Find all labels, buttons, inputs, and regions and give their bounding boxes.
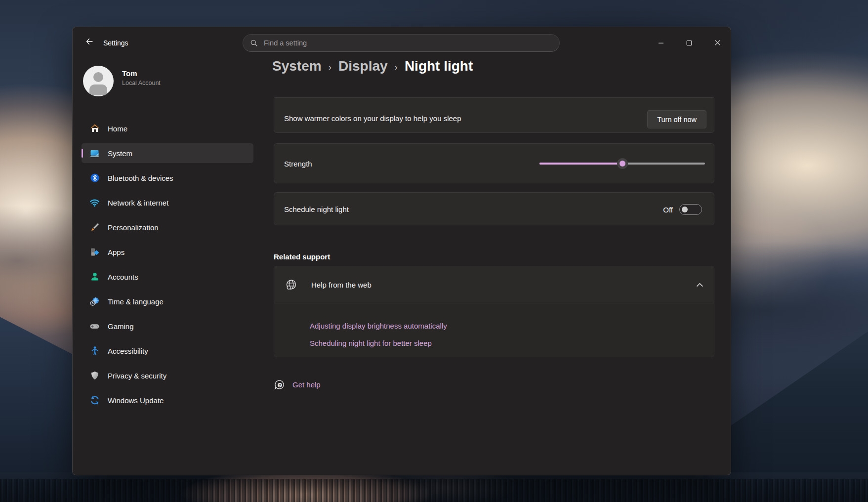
wallpaper-lake	[0, 472, 868, 502]
strength-slider[interactable]	[539, 158, 705, 169]
accessibility-icon	[89, 346, 100, 356]
wallpaper-mountain-left	[0, 296, 72, 502]
sidebar-item-system[interactable]: System	[82, 143, 253, 163]
breadcrumb-separator: ›	[329, 60, 331, 73]
accounts-icon	[89, 272, 100, 282]
sidebar-item-label: Network & internet	[108, 199, 168, 207]
time-language-icon	[89, 296, 100, 307]
sidebar-item-label: Accounts	[108, 273, 138, 281]
globe-search-icon	[285, 279, 297, 291]
sidebar-item-label: Windows Update	[108, 396, 164, 405]
schedule-toggle-knob	[682, 207, 688, 212]
settings-window: Settings Tom Local Account Home	[72, 27, 731, 475]
svg-text:?: ?	[279, 383, 281, 388]
maximize-button[interactable]	[678, 36, 701, 51]
minimize-button[interactable]	[650, 36, 672, 51]
sidebar-item-gaming[interactable]: Gaming	[82, 316, 253, 336]
wallpaper-treeline	[0, 479, 868, 502]
schedule-toggle-group: Off	[663, 204, 702, 215]
minimize-icon	[658, 39, 664, 48]
sidebar-item-bluetooth[interactable]: Bluetooth & devices	[82, 168, 253, 188]
close-button[interactable]	[706, 36, 729, 51]
sidebar-item-label: Personalization	[108, 223, 159, 232]
breadcrumb-separator: ›	[395, 60, 398, 73]
sidebar-item-label: Home	[108, 125, 127, 133]
sidebar-item-privacy[interactable]: Privacy & security	[82, 366, 253, 385]
strength-label: Strength	[284, 160, 312, 168]
strength-slider-thumb[interactable]	[617, 158, 628, 169]
help-expander-header[interactable]: Help from the web	[274, 266, 714, 303]
get-help-label[interactable]: Get help	[292, 380, 321, 389]
personalization-icon	[89, 222, 100, 233]
help-expander-content: Adjusting display brightness automatical…	[274, 303, 714, 357]
sidebar-item-accessibility[interactable]: Accessibility	[82, 341, 253, 361]
turn-off-now-button[interactable]: Turn off now	[647, 110, 706, 128]
sidebar-item-label: Bluetooth & devices	[108, 174, 173, 182]
sidebar-item-label: Accessibility	[108, 347, 148, 355]
schedule-label: Schedule night light	[284, 205, 349, 213]
breadcrumb: System › Display › Night light	[272, 58, 473, 74]
sidebar-item-label: Gaming	[108, 322, 134, 331]
close-icon	[714, 39, 721, 48]
window-title: Settings	[103, 39, 128, 47]
related-support-heading: Related support	[274, 252, 330, 261]
back-button[interactable]	[81, 35, 98, 50]
get-help[interactable]: ? Get help	[274, 379, 321, 390]
search-box[interactable]	[243, 34, 560, 52]
breadcrumb-display[interactable]: Display	[338, 58, 388, 74]
sidebar-item-label: Apps	[108, 248, 124, 256]
sidebar-item-time-language[interactable]: Time & language	[82, 292, 253, 311]
avatar-body	[89, 84, 107, 95]
help-expander: Help from the web Adjusting display brig…	[274, 266, 714, 357]
strength-slider-fill	[539, 163, 622, 165]
page-title: Night light	[405, 58, 473, 74]
sidebar-item-label: System	[108, 149, 132, 158]
back-arrow-icon	[85, 38, 93, 47]
apps-icon	[89, 247, 100, 257]
get-help-icon: ?	[274, 379, 285, 390]
bluetooth-icon	[89, 173, 100, 183]
schedule-card: Schedule night light Off	[274, 192, 714, 225]
maximize-icon	[686, 39, 692, 48]
sidebar-nav: Home System Bluetooth & devices Network …	[82, 119, 253, 410]
sidebar-item-network[interactable]: Network & internet	[82, 193, 253, 212]
account-name: Tom	[122, 69, 137, 78]
schedule-toggle-state: Off	[663, 206, 673, 214]
sidebar-item-windows-update[interactable]: Windows Update	[82, 390, 253, 410]
help-link-brightness[interactable]: Adjusting display brightness automatical…	[310, 322, 447, 330]
privacy-icon	[89, 371, 100, 381]
caption-buttons	[650, 36, 729, 51]
strength-card: Strength	[274, 143, 714, 183]
sidebar-item-label: Time & language	[108, 297, 164, 306]
breadcrumb-system[interactable]: System	[272, 58, 322, 74]
sidebar-item-personalization[interactable]: Personalization	[82, 217, 253, 237]
help-link-schedule[interactable]: Scheduling night light for better sleep	[310, 339, 432, 347]
avatar	[83, 66, 114, 96]
home-icon	[89, 124, 100, 134]
chevron-up-icon[interactable]	[697, 283, 703, 287]
sidebar-item-accounts[interactable]: Accounts	[82, 267, 253, 287]
sidebar-item-home[interactable]: Home	[82, 119, 253, 138]
system-icon	[89, 148, 100, 159]
sidebar-item-label: Privacy & security	[108, 372, 166, 380]
night-light-card: Show warmer colors on your display to he…	[274, 97, 714, 133]
gaming-icon	[89, 321, 100, 332]
sidebar-item-apps[interactable]: Apps	[82, 242, 253, 262]
search-icon	[250, 39, 258, 47]
account-type: Local Account	[122, 80, 161, 86]
network-icon	[89, 198, 100, 208]
search-input[interactable]	[263, 39, 552, 47]
windows-update-icon	[89, 395, 100, 406]
help-expander-title: Help from the web	[311, 281, 372, 289]
night-light-description: Show warmer colors on your display to he…	[284, 114, 461, 123]
schedule-toggle[interactable]	[679, 204, 702, 215]
avatar-head	[93, 72, 103, 82]
